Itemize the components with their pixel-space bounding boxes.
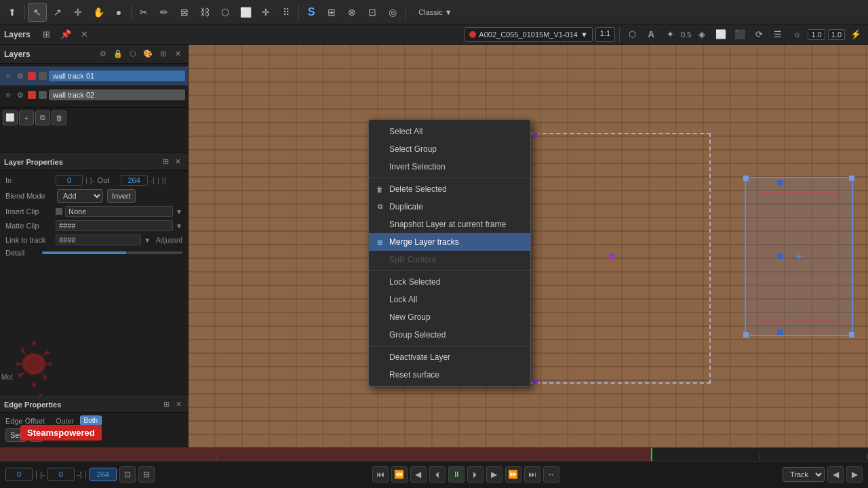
close-layers-icon[interactable]: ✕: [172, 48, 184, 60]
layer-gear-icon[interactable]: ⚙: [15, 70, 26, 81]
box2-icon[interactable]: ⬛: [732, 26, 748, 43]
menu-item-snapshot[interactable]: Snapshot Layer at current frame: [369, 216, 530, 233]
insert-clip-value[interactable]: None: [65, 206, 173, 217]
menu-item-select-all[interactable]: Select All: [369, 123, 530, 140]
menu-item-select-group[interactable]: Select Group: [369, 140, 530, 158]
s-btn[interactable]: S: [302, 3, 321, 22]
delete-layer-btn[interactable]: 🗑: [52, 110, 66, 125]
paint-btn[interactable]: ✏: [155, 3, 174, 22]
menu-item-lock-all[interactable]: Lock All: [369, 291, 530, 308]
scissors-btn[interactable]: ✂: [134, 3, 153, 22]
btn-prev-key[interactable]: ⏪: [391, 466, 408, 483]
new-layer-btn[interactable]: +: [19, 110, 34, 125]
link-track-value[interactable]: ####: [56, 235, 141, 245]
menu-item-reset-surface[interactable]: Reset surface: [369, 366, 530, 384]
expand-props-icon[interactable]: ⊞: [159, 156, 172, 168]
btn-next-step[interactable]: ⏵: [467, 466, 484, 483]
target-btn[interactable]: ◎: [383, 3, 402, 22]
menu-item-group-selected[interactable]: Group Selected: [369, 326, 530, 344]
link-btn[interactable]: ⛓: [195, 3, 214, 22]
btn-prev-step[interactable]: ⏴: [429, 466, 446, 483]
layer-name[interactable]: wall track 02: [49, 89, 185, 100]
track-selector[interactable]: Track: [783, 467, 825, 482]
far-handle-br[interactable]: [777, 329, 783, 335]
far-handle-r[interactable]: [777, 253, 783, 259]
menu-item-deactivate-layer[interactable]: Deactivate Layer: [369, 348, 530, 366]
menu-item-invert-selection[interactable]: Invert Selection: [369, 158, 530, 176]
layer-name[interactable]: wall track 01: [49, 70, 185, 81]
diamond-icon[interactable]: ◈: [694, 26, 710, 43]
close-panel-icon[interactable]: ✕: [77, 26, 93, 43]
text-icon[interactable]: A: [643, 26, 659, 43]
perimeter-handle-br[interactable]: [533, 379, 538, 384]
handle-tr[interactable]: [849, 176, 854, 181]
matte-dropdown-icon[interactable]: ▼: [176, 222, 182, 230]
timeline-ruler[interactable]: [0, 448, 868, 462]
expand-layers-icon[interactable]: ⊞: [157, 48, 169, 60]
add-tool-btn[interactable]: ✛: [68, 3, 87, 22]
close-edge-icon[interactable]: ✕: [172, 399, 184, 411]
color-icon[interactable]: ⬡: [624, 26, 640, 43]
btn-timeline-next[interactable]: ▶: [846, 466, 863, 483]
perimeter-handle-rm[interactable]: [609, 253, 614, 259]
expand-edge-icon[interactable]: ⊞: [160, 399, 172, 411]
menu-item-new-group[interactable]: New Group: [369, 308, 530, 326]
box1-icon[interactable]: ⬜: [713, 26, 729, 43]
handle-bl[interactable]: [743, 332, 749, 338]
btn-prev-frame[interactable]: ◀: [410, 466, 427, 483]
btn-next-key[interactable]: ⏩: [505, 466, 521, 483]
classic-selector[interactable]: Classic ▼: [408, 3, 462, 22]
btn-timeline-prev[interactable]: ◀: [827, 466, 844, 483]
layer-gear-icon[interactable]: ⚙: [15, 89, 26, 100]
export-btn[interactable]: ⬆: [3, 3, 22, 22]
sun-icon[interactable]: ☼: [789, 26, 805, 43]
out-value[interactable]: 264: [121, 175, 148, 186]
eye-icon[interactable]: 👁: [3, 89, 14, 100]
start-frame-input[interactable]: 0: [5, 468, 33, 481]
current-frame-input[interactable]: 264: [90, 468, 117, 481]
select2-tool-btn[interactable]: ↗: [48, 3, 67, 22]
btn-skip-end[interactable]: ⏭: [524, 466, 540, 483]
lightning-icon[interactable]: ⚡: [848, 26, 864, 43]
in-frame-input[interactable]: 0: [47, 468, 75, 481]
pin-icon[interactable]: 📌: [58, 26, 74, 43]
eraser-btn[interactable]: ⊠: [175, 3, 194, 22]
pan-tool-btn[interactable]: ✋: [89, 3, 108, 22]
far-handle-tr[interactable]: [777, 180, 783, 186]
circle-tool-btn[interactable]: ●: [109, 3, 128, 22]
expand-icon[interactable]: ⊞: [39, 26, 55, 43]
btn-frame-icon2[interactable]: ⊟: [138, 466, 155, 483]
move-btn[interactable]: ✛: [256, 3, 275, 22]
duplicate-layer-btn[interactable]: ⧉: [35, 110, 50, 125]
perimeter-handle-tr[interactable]: [533, 133, 538, 138]
both-btn[interactable]: Both: [80, 415, 102, 426]
star-icon[interactable]: ✦: [662, 26, 678, 43]
detail-slider[interactable]: [42, 251, 182, 254]
roto-btn[interactable]: ⊗: [342, 3, 361, 22]
close-props-icon[interactable]: ✕: [172, 156, 184, 168]
lock-icon[interactable]: 🔒: [112, 48, 124, 60]
add-layer-btn[interactable]: ⬜: [3, 110, 18, 125]
menu-item-lock-selected[interactable]: Lock Selected: [369, 273, 530, 291]
btn-loop[interactable]: ↔: [543, 466, 559, 483]
color-wheel-icon[interactable]: ⬡: [127, 48, 139, 60]
right-track-box[interactable]: +: [745, 177, 853, 336]
layer-row[interactable]: 👁 ⚙ wall track 01: [0, 66, 188, 85]
transform-btn[interactable]: ⬡: [216, 3, 235, 22]
rotate-icon[interactable]: ⟳: [751, 26, 767, 43]
eye-icon[interactable]: 👁: [3, 70, 14, 81]
btn-play-pause[interactable]: ⏸: [448, 466, 465, 483]
link-dropdown-icon[interactable]: ▼: [144, 237, 151, 244]
handle-br[interactable]: [849, 332, 854, 338]
gear-icon[interactable]: ⚙: [97, 48, 109, 60]
matte-clip-value[interactable]: ####: [56, 220, 173, 231]
insert-dropdown-icon[interactable]: ▼: [176, 208, 182, 216]
btn-next-frame[interactable]: ▶: [486, 466, 502, 483]
menu-icon[interactable]: ☰: [770, 26, 786, 43]
clip-selector[interactable]: A002_C055_01015M_V1-014 ▼: [465, 27, 592, 42]
btn-skip-start[interactable]: ⏮: [372, 466, 389, 483]
invert-btn[interactable]: Invert: [107, 189, 136, 203]
menu-item-duplicate[interactable]: ⧉ Duplicate: [369, 198, 530, 216]
handle-tl[interactable]: [743, 176, 749, 181]
ratio-selector[interactable]: 1:1: [595, 27, 615, 42]
